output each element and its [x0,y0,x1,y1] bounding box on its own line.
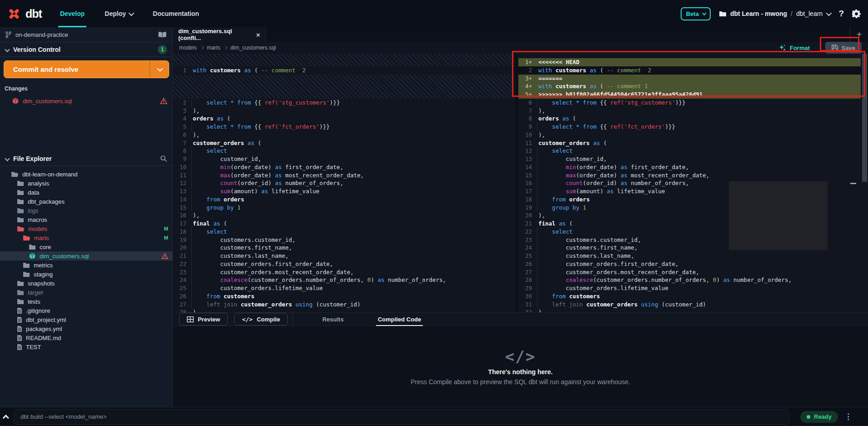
code-line[interactable]: 15 group by 1 [173,204,515,212]
code-line[interactable]: 25 customer_orders.lifetime_value [173,284,515,292]
nav-item-documentation[interactable]: Documentation [153,0,199,27]
code-line[interactable]: 11customer_orders as ( [518,139,861,147]
tree-item-data[interactable]: data [0,188,173,197]
tree-item-dbt-project-yml[interactable]: dbt_project.yml [0,315,173,324]
code-line[interactable]: 28) [173,308,515,312]
docs-book-icon[interactable] [158,31,167,38]
code-line[interactable]: 29 customer_orders.lifetime_value [518,284,861,292]
code-line[interactable]: 13 customer_id, [518,155,861,163]
code-line[interactable]: 14 min(order_date) as first_order_date, [518,163,861,171]
breadcrumb-models[interactable]: models [179,45,197,51]
tree-item-core[interactable]: core [0,242,173,251]
code-line[interactable]: 13 sum(amount) as lifetime_value [173,187,515,195]
code-line[interactable]: 2with customers as ( -- comment 2 [518,66,861,75]
code-line[interactable]: 14 from orders [173,195,515,204]
tree-item-readme-md[interactable]: README.md [0,333,173,342]
code-line[interactable]: 24 coalesce(customer_orders.number_of_or… [173,276,515,284]
pane-divider[interactable] [515,54,518,312]
code-line[interactable]: 7customer_orders as ( [173,139,515,147]
tree-item-logs[interactable]: logs [0,206,173,215]
tree-item-analysis[interactable]: analysis [0,179,173,188]
help-icon[interactable]: ? [838,9,844,19]
code-line[interactable]: 26 from customers [173,292,515,301]
tree-item-snapshots[interactable]: snapshots [0,279,173,288]
beta-badge[interactable]: Beta [681,7,711,20]
code-line[interactable]: 8orders as ( [518,115,861,123]
code-line[interactable]: 9 select * from {{ ref('fct_orders')}} [518,123,861,131]
code-line[interactable]: 8 select [173,147,515,155]
preview-button[interactable]: Preview [179,313,228,326]
code-line[interactable]: 5+>>>>>>> b81f802a66fd544504c65721e3ffaa… [518,90,861,99]
tree-item-tests[interactable]: tests [0,297,173,306]
format-button[interactable]: Format [779,44,810,51]
code-line[interactable]: 18 select [173,228,515,236]
code-line[interactable]: 3+======= [518,75,861,83]
search-icon[interactable] [160,155,167,162]
code-line[interactable]: 10), [518,131,861,139]
code-line[interactable]: 1with customers as ( -- comment 2 [173,66,515,75]
code-line[interactable]: 25 customers.last_name, [518,252,861,260]
tab-results[interactable]: Results [318,312,348,326]
tree-item-packages-yml[interactable]: packages.yml [0,324,173,333]
dbt-logo[interactable]: dbt [0,6,50,21]
code-line[interactable]: 26 customer_orders.first_order_date, [518,260,861,268]
tree-item-macros[interactable]: macros [0,215,173,224]
code-line[interactable]: 28 coalesce(customer_orders.number_of_or… [518,276,861,284]
file-explorer-header[interactable]: File Explorer [0,151,173,166]
tab-dim-customers[interactable]: dim_customers.sql (confli... × [173,27,266,42]
left-code-pane[interactable]: 1with customers as ( -- comment 22 selec… [173,54,515,312]
nav-item-deploy[interactable]: Deploy [105,0,133,27]
commit-and-resolve-button[interactable]: Commit and resolve [4,60,169,78]
code-line[interactable]: 21 customers.last_name, [173,252,515,260]
nav-item-develop[interactable]: Develop [60,0,85,27]
chevron-up-icon[interactable] [0,415,14,419]
code-line[interactable]: 4orders as ( [173,115,515,123]
code-line[interactable]: 16), [173,211,515,220]
code-line[interactable]: 22 customer_orders.first_order_date, [173,260,515,268]
scrollbar-thumb[interactable] [862,54,867,182]
code-line[interactable]: 7), [518,107,861,115]
code-line[interactable]: 27 customer_orders.most_recent_order_dat… [518,268,861,276]
kebab-menu-icon[interactable]: ⋮ [844,412,852,421]
command-input[interactable] [14,409,789,425]
version-control-header[interactable]: Version Control 1 [0,42,172,57]
code-line[interactable]: 30 from customers [518,292,861,301]
code-line[interactable]: 11 max(order_date) as most_recent_order_… [173,171,515,180]
tree-item-metrics[interactable]: metrics [0,261,173,270]
code-line[interactable]: 2 select * from {{ ref('stg_customers')}… [173,99,515,107]
tree-item-target[interactable]: target [0,288,173,297]
new-tab-button[interactable]: + [850,27,868,42]
tree-item-marts[interactable]: martsM [0,233,173,242]
tab-compiled-code[interactable]: Compiled Code [373,312,426,326]
code-line[interactable]: 9 customer_id, [173,155,515,163]
code-line[interactable]: 12 select [518,147,861,155]
code-line[interactable]: 23 customer_orders.most_recent_order_dat… [173,268,515,276]
tree-item-test[interactable]: TEST [0,342,173,351]
code-line[interactable]: 17final as ( [173,220,515,228]
code-line[interactable]: 6 select * from {{ ref('stg_customers')}… [518,99,861,107]
code-line[interactable]: 1+<<<<<<< HEAD [518,58,861,66]
changed-file-item[interactable]: dim_customers.sql [0,95,173,106]
close-icon[interactable]: × [256,31,260,39]
project-switcher[interactable]: dbt Learn - mwong / dbt_learn [719,10,831,17]
tree-item-models[interactable]: modelsM [0,224,173,233]
code-line[interactable]: 32) [518,308,861,312]
breadcrumb-file[interactable]: dim_customers.sql [231,45,276,51]
code-line[interactable]: 19 customers.customer_id, [173,236,515,244]
code-line[interactable]: 4+with customers as ( -- comment 1 [518,82,861,90]
tree-item-dbt-packages[interactable]: dbt_packages [0,197,173,206]
tree-item-dbt-learn-on-demand[interactable]: dbt-learn-on-demand [0,170,173,179]
tree-item--gitignore[interactable]: .gitignore [0,306,173,315]
breadcrumb-marts[interactable]: marts [207,45,221,51]
branch-name[interactable]: on-demand-practice [15,31,68,38]
code-line[interactable]: 10 min(order_date) as first_order_date, [173,163,515,171]
code-line[interactable]: 12 count(order_id) as number_of_orders, [173,179,515,187]
save-button[interactable]: Save [825,42,862,54]
editor-scrollbar[interactable] [861,54,868,312]
code-line[interactable]: 15 max(order_date) as most_recent_order_… [518,171,861,180]
compile-button[interactable]: </> Compile [234,313,288,326]
code-line[interactable]: 5 select * from {{ ref('fct_orders')}} [173,123,515,131]
code-line[interactable]: 31 left join customer_orders using (cust… [518,301,861,309]
tree-item-dim-customers-sql[interactable]: dim_customers.sql [0,251,173,261]
code-line[interactable]: 20 customers.first_name, [173,244,515,252]
